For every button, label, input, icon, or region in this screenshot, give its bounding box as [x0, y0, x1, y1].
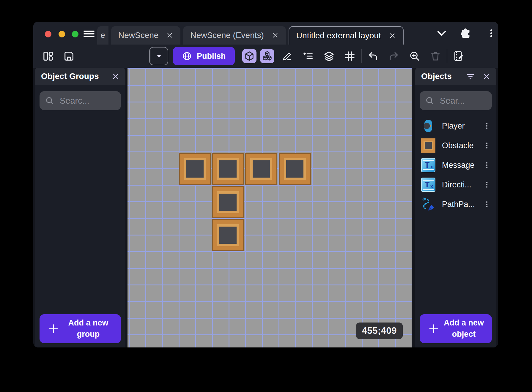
object-menu-kebab-icon[interactable] [483, 161, 491, 169]
window-minimize-button[interactable] [59, 31, 65, 37]
editor-main-area: Object Groups Add a new [33, 68, 498, 347]
delete-trash-icon[interactable] [428, 48, 443, 64]
undo-icon[interactable] [365, 48, 381, 64]
toolbar-divider [361, 49, 362, 63]
panels-layout-icon[interactable] [40, 48, 56, 64]
preview-options-caret-icon[interactable] [150, 48, 168, 65]
object-menu-kebab-icon[interactable] [483, 181, 491, 189]
svg-text:x: x [430, 184, 433, 189]
app-window: e NewScene NewScene (Events) Untitled ex… [33, 22, 498, 347]
obstacle-instance[interactable] [212, 153, 244, 185]
add-object-label-line2: object [452, 330, 476, 339]
objects-search[interactable] [420, 91, 492, 110]
globe-icon [182, 51, 192, 61]
tab-untitled-external-layout[interactable]: Untitled external layout [289, 26, 404, 45]
cursor-coordinates-badge: 455;409 [356, 323, 403, 339]
object-row-directions[interactable]: T x Directi... [415, 175, 496, 195]
player-object-icon [421, 119, 435, 133]
tab-newscene[interactable]: NewScene [111, 26, 180, 45]
object-row-path-painter[interactable]: PathPa... [415, 195, 496, 214]
tabs-overflow-chevron-icon[interactable] [435, 22, 448, 45]
extensions-puzzle-icon[interactable] [459, 22, 471, 45]
obstacle-instance[interactable] [245, 153, 277, 185]
tab-label: Untitled external layout [296, 31, 381, 40]
object-menu-kebab-icon[interactable] [483, 141, 491, 150]
svg-text:T: T [425, 161, 430, 170]
objects-editor-toggle[interactable] [242, 49, 256, 63]
object-row-player[interactable]: Player [415, 116, 496, 136]
object-label: PathPa... [442, 200, 475, 209]
plus-icon [47, 323, 60, 335]
object-groups-search[interactable] [40, 91, 121, 110]
object-label: Obstacle [442, 141, 474, 150]
object-groups-panel-header: Object Groups [35, 68, 125, 85]
tab-close-icon[interactable] [272, 32, 279, 39]
object-label: Message [442, 161, 475, 170]
tab-label: NewScene (Events) [190, 31, 264, 40]
search-icon [425, 96, 435, 105]
object-label: Player [442, 121, 465, 131]
object-row-message[interactable]: T x Message [415, 155, 496, 175]
editor-toolbar: Preview Publish [33, 45, 498, 68]
window-close-button[interactable] [45, 31, 51, 37]
close-icon[interactable] [112, 72, 119, 80]
tab-strip: e NewScene NewScene (Events) Untitled ex… [97, 26, 404, 45]
tab-label: NewScene [118, 31, 158, 40]
object-groups-panel: Object Groups Add a new [35, 68, 125, 347]
toolbar-divider [447, 49, 447, 63]
objects-panel: Objects [415, 68, 496, 347]
main-menu-icon[interactable] [84, 31, 95, 37]
add-group-button[interactable]: Add a new group [40, 314, 121, 343]
layers-icon[interactable] [321, 48, 337, 64]
add-group-label-line2: group [77, 330, 100, 339]
text-object-icon: T x [421, 158, 435, 172]
search-icon [45, 96, 54, 105]
instances-list-toggle[interactable] [260, 49, 274, 63]
svg-text:T: T [425, 180, 430, 189]
edit-pencil-icon[interactable] [280, 48, 295, 64]
instances-properties-list-icon[interactable] [300, 48, 316, 64]
title-bar: e NewScene NewScene (Events) Untitled ex… [33, 22, 498, 45]
grid-icon[interactable] [342, 48, 358, 64]
save-icon[interactable] [61, 48, 77, 64]
object-row-obstacle[interactable]: Obstacle [415, 136, 496, 155]
plus-icon [427, 323, 440, 335]
window-zoom-button[interactable] [72, 31, 78, 37]
objects-list: Player Obstacle [415, 116, 496, 214]
search-input[interactable] [440, 96, 487, 106]
obstacle-instance[interactable] [212, 219, 244, 251]
obstacle-instance[interactable] [279, 153, 311, 185]
scene-canvas[interactable]: 455;409 [128, 68, 412, 347]
close-icon[interactable] [483, 72, 490, 80]
cube-icon [244, 51, 255, 61]
add-object-label-line1: Add a new [444, 318, 484, 327]
object-menu-kebab-icon[interactable] [483, 200, 491, 208]
tab-close-icon[interactable] [166, 32, 173, 39]
object-label: Directi... [442, 180, 471, 189]
panel-title: Objects [421, 72, 452, 81]
objects-panel-header: Objects [415, 68, 496, 85]
path-object-icon [421, 197, 435, 211]
search-input[interactable] [60, 96, 116, 106]
preview-button[interactable]: Preview [149, 47, 168, 65]
filter-icon[interactable] [466, 72, 475, 81]
redo-icon[interactable] [386, 48, 402, 64]
publish-label: Publish [197, 52, 226, 61]
add-object-button[interactable]: Add a new object [420, 314, 492, 343]
obstacle-instance[interactable] [212, 186, 244, 218]
obstacle-object-icon [421, 138, 435, 153]
obstacle-instance[interactable] [179, 153, 211, 185]
add-group-label-line1: Add a new [68, 318, 108, 327]
svg-text:x: x [430, 164, 433, 169]
zoom-in-icon[interactable] [407, 48, 422, 64]
publish-button[interactable]: Publish [173, 47, 235, 65]
text-object-icon: T x [421, 178, 435, 192]
tab-close-icon[interactable] [389, 32, 396, 39]
tab-truncated[interactable]: e [97, 26, 108, 45]
panel-title: Object Groups [41, 72, 99, 81]
object-menu-kebab-icon[interactable] [483, 122, 491, 130]
tab-newscene-events[interactable]: NewScene (Events) [183, 26, 286, 45]
tab-label: e [100, 31, 105, 40]
window-menu-kebab-icon[interactable] [486, 22, 496, 45]
scene-properties-edit-icon[interactable] [451, 48, 466, 64]
